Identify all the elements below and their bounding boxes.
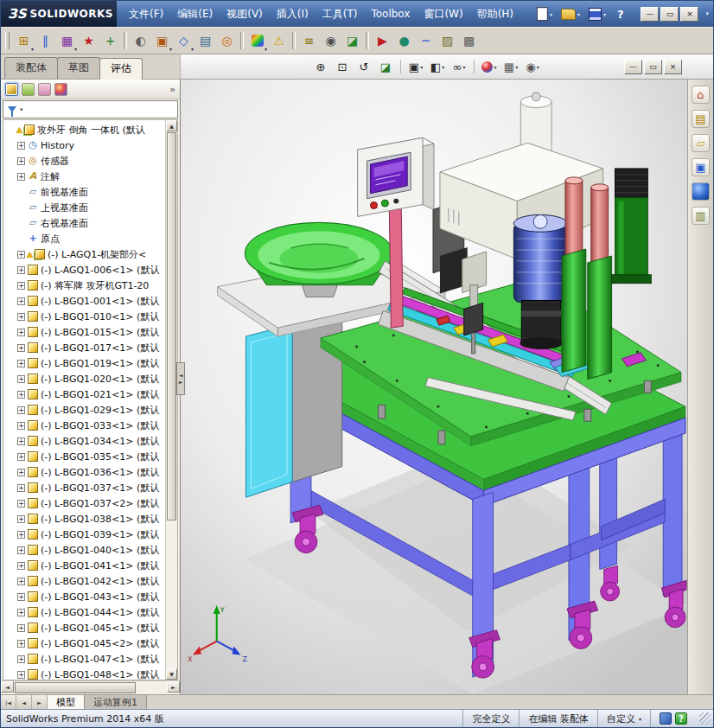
doc-nav-button-0[interactable]: |◄ <box>1 695 16 709</box>
custom-properties-button[interactable]: ▥ <box>692 207 710 225</box>
expander-icon[interactable]: + <box>17 640 25 648</box>
mate-button[interactable]: ∥ <box>35 30 56 52</box>
panel-overflow-icon[interactable]: » <box>169 84 175 95</box>
expander-icon[interactable]: + <box>17 313 25 321</box>
tree-item[interactable]: +(-) L-BGQ1-001<1> (默认 <box>5 293 177 309</box>
tree-item[interactable]: ▲攻外牙 倒角 一体机 (默认 <box>5 122 177 137</box>
panel-splitter[interactable]: ◄ ► <box>176 362 185 395</box>
tree-item[interactable]: ▱右视基准面 <box>5 215 177 231</box>
apply-scene-button[interactable]: ▦▾ <box>500 58 521 75</box>
measure-button[interactable]: ≡ <box>298 30 320 52</box>
curves-button[interactable]: ~ <box>415 30 437 52</box>
tree-item[interactable]: +(-) L-BGQ1-019<1> (默认 <box>5 355 177 371</box>
expander-icon[interactable]: + <box>17 297 25 305</box>
simulationxpress-button[interactable]: ▶ <box>372 30 393 52</box>
tree-filter-bar[interactable]: ▾ <box>3 100 178 118</box>
tree-item[interactable]: +(-) L-BGQ1-042<1> (默认 <box>5 573 177 589</box>
tree-item[interactable]: +(-) L-BGQ1-034<1> (默认 <box>5 433 177 449</box>
view-settings-button[interactable]: ◉▾ <box>522 58 543 75</box>
titlebar-caret-icon[interactable]: ▾ <box>705 10 709 17</box>
expander-icon[interactable]: + <box>17 375 25 383</box>
expander-icon[interactable]: + <box>17 671 25 679</box>
reference-geometry-button[interactable]: ◇▾ <box>173 30 194 52</box>
expander-icon[interactable]: + <box>17 609 25 616</box>
doc-nav-button-2[interactable]: ► <box>32 695 48 709</box>
child-minimize-button[interactable]: — <box>624 60 642 74</box>
tree-vertical-scrollbar[interactable]: ▲ ▼ <box>165 120 177 680</box>
displaymanager-tab[interactable] <box>54 83 67 96</box>
tree-item[interactable]: +(-) L-BGQ1-037<1> (默认 <box>5 480 177 495</box>
configurationmanager-tab[interactable] <box>38 83 51 96</box>
expander-icon[interactable]: + <box>17 531 25 539</box>
zoom-to-area-button[interactable]: ⊡ <box>332 58 353 75</box>
assembly-3d-view[interactable]: Y X Z <box>181 80 687 694</box>
scroll-thumb[interactable] <box>167 132 176 520</box>
section-view-button[interactable]: ◪ <box>375 58 396 75</box>
mass-properties-button[interactable]: ◉ <box>320 30 341 52</box>
scroll-left-icon[interactable]: ◄ <box>1 681 14 693</box>
zoom-to-fit-button[interactable]: ⊕ <box>310 58 331 75</box>
view-orientation-button[interactable]: ▣▾ <box>405 58 426 75</box>
expander-icon[interactable]: + <box>17 391 25 399</box>
section-view-button[interactable]: ◪ <box>341 30 363 52</box>
smart-fasteners-button[interactable]: ★ <box>78 30 99 52</box>
design-library-button[interactable]: ▤ <box>692 110 710 128</box>
menu-item-7[interactable]: 帮助(H) <box>470 4 520 23</box>
menu-item-0[interactable]: 文件(F) <box>122 4 170 23</box>
scroll-down-icon[interactable]: ▼ <box>166 668 177 680</box>
tree-item[interactable]: +(-) L-BGQ1-038<1> (默认 <box>5 511 177 527</box>
tree-item[interactable]: +(-) L-BGQ1-029<1> (默认 <box>5 402 177 418</box>
tree-item[interactable]: +(-) L-BGQ1-020<1> (默认 <box>5 371 177 386</box>
tree-item[interactable]: +原点 <box>5 231 177 246</box>
hide-show-items-button[interactable]: ∞▾ <box>449 58 469 75</box>
commandmanager-tab-1[interactable]: 草图 <box>57 57 100 79</box>
tree-item[interactable]: +(-) L-BGQ1-037<2> (默认 <box>5 495 177 511</box>
expander-icon[interactable]: + <box>17 422 25 430</box>
filter-caret-icon[interactable]: ▾ <box>20 106 23 113</box>
tree-horizontal-scrollbar[interactable]: ◄ ► <box>1 680 180 694</box>
expander-icon[interactable]: + <box>17 469 25 476</box>
appearances-scenes-button[interactable] <box>692 182 710 201</box>
expander-icon[interactable]: + <box>17 406 25 414</box>
expander-icon[interactable]: + <box>17 500 25 508</box>
view-palette-button[interactable]: ▣ <box>692 158 710 176</box>
tree-item[interactable]: +(-) L-BGQ1-045<2> (默认 <box>5 635 177 651</box>
tree-item[interactable]: +(-) L-BGQ1-033<1> (默认 <box>5 418 177 433</box>
spindle-motor[interactable] <box>513 214 567 348</box>
linear-component-pattern-button[interactable]: ▦▾ <box>56 30 78 52</box>
hscroll-track[interactable] <box>14 681 167 694</box>
tree-item[interactable]: +◎传感器 <box>5 153 177 169</box>
expander-icon[interactable]: + <box>17 360 25 367</box>
expander-icon[interactable]: + <box>17 515 25 523</box>
commandmanager-tab-2[interactable]: 评估 <box>99 58 143 80</box>
expander-icon[interactable]: + <box>17 453 25 461</box>
expander-icon[interactable]: + <box>17 266 25 274</box>
tree-item[interactable]: +(-) L-BGQ1-039<1> (默认 <box>5 527 177 542</box>
assembly-features-button[interactable]: ▣▾ <box>151 30 173 52</box>
doc-tab-0[interactable]: 模型 <box>48 695 85 709</box>
expander-icon[interactable]: + <box>17 437 25 445</box>
child-close-button[interactable]: × <box>664 60 682 74</box>
tree-item[interactable]: ▱前视基准面 <box>5 184 177 200</box>
insert-components-button[interactable]: ⊞▾ <box>13 30 35 52</box>
expander-icon[interactable]: + <box>17 562 25 570</box>
display-style-button[interactable]: ◧▾ <box>427 58 448 75</box>
file-explorer-button[interactable]: ▱ <box>692 134 710 152</box>
edit-appearance-button[interactable]: ▾ <box>246 30 268 52</box>
expander-icon[interactable]: + <box>17 157 25 165</box>
splitter-left-icon[interactable]: ◄ <box>179 372 183 379</box>
minimize-button[interactable]: — <box>641 7 659 22</box>
splitter-right-icon[interactable]: ► <box>179 379 183 386</box>
maximize-button[interactable]: ▭ <box>660 7 679 22</box>
tree-item[interactable]: +(-) 将军牌 攻牙机GT1-20 <box>5 278 177 293</box>
resize-grip-icon[interactable] <box>699 712 711 725</box>
help-button[interactable]: ? <box>617 8 624 21</box>
edit-appearance-button[interactable]: ▾ <box>479 58 500 75</box>
expander-icon[interactable]: + <box>17 546 25 554</box>
scroll-track[interactable] <box>166 131 177 668</box>
expander-icon[interactable]: + <box>17 484 25 492</box>
tree-item[interactable]: +(-) L-BGQ1-036<1> (默认 <box>5 464 177 480</box>
solidworks-resources-button[interactable]: ⌂ <box>692 86 710 104</box>
toolbox-button[interactable]: ▨ <box>437 30 458 52</box>
tree-item[interactable]: +(-) L-BGQ1-043<1> (默认 <box>5 589 177 604</box>
